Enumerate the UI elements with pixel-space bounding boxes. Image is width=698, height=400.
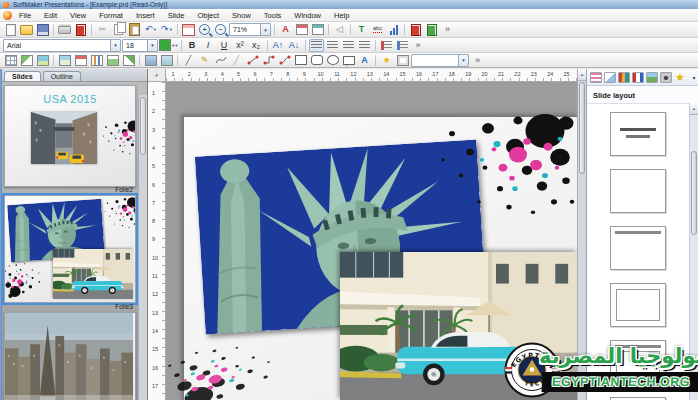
- font-size[interactable]: 18▾: [122, 39, 158, 52]
- title-bar[interactable]: SoftMaker Presentations - [Example.prd (…: [0, 0, 698, 9]
- slide-thumbnail-2[interactable]: [4, 195, 136, 303]
- export-pdf[interactable]: [73, 23, 88, 36]
- redo[interactable]: ↷▾: [159, 23, 174, 36]
- menu-format[interactable]: Format: [98, 11, 124, 20]
- task-pane-scrollbar[interactable]: ▲: [689, 103, 698, 400]
- align-justify[interactable]: [357, 39, 372, 52]
- paste[interactable]: [127, 23, 142, 36]
- draw-polyline[interactable]: ╱: [229, 54, 244, 67]
- bold[interactable]: B: [185, 39, 200, 52]
- toolbar-overflow[interactable]: »: [411, 39, 426, 52]
- insert-sheet-frame[interactable]: [19, 54, 34, 67]
- object-name[interactable]: ▾: [411, 54, 469, 67]
- grow-font[interactable]: A↑: [271, 39, 286, 52]
- superscript[interactable]: x²: [233, 39, 248, 52]
- object-properties[interactable]: [395, 54, 410, 67]
- slide-thumbnail-1[interactable]: USA 2015: [4, 85, 136, 187]
- draw-rectangle[interactable]: [293, 54, 308, 67]
- paint-splatter-graphic[interactable]: [428, 110, 577, 228]
- pointer-mode[interactable]: ◁: [332, 23, 347, 36]
- scroll-up-arrow[interactable]: ▲: [690, 103, 698, 115]
- connector-curve[interactable]: [277, 54, 292, 67]
- toolbar-overflow[interactable]: »: [470, 54, 485, 67]
- statistics[interactable]: [386, 23, 401, 36]
- character-dialog[interactable]: A: [278, 23, 293, 36]
- menu-window[interactable]: Window: [293, 11, 322, 20]
- tab-dialog[interactable]: [310, 23, 325, 36]
- slide-thumbnail-3[interactable]: San Francisco: [4, 312, 136, 400]
- pane-background-icon[interactable]: [646, 72, 658, 83]
- insert-table-frame[interactable]: [3, 54, 18, 67]
- zoom-in[interactable]: +: [197, 23, 212, 36]
- italic[interactable]: I: [201, 39, 216, 52]
- font-name[interactable]: Arial▾: [3, 39, 121, 52]
- tab-outline[interactable]: Outline: [43, 71, 81, 81]
- align-right[interactable]: [341, 39, 356, 52]
- insert-table[interactable]: [181, 23, 196, 36]
- connector-straight[interactable]: [245, 54, 260, 67]
- menu-object[interactable]: Object: [196, 11, 220, 20]
- paragraph-dialog[interactable]: [294, 23, 309, 36]
- toolbar-overflow[interactable]: »: [440, 23, 455, 36]
- save-file[interactable]: [35, 23, 50, 36]
- insert-image[interactable]: [57, 54, 72, 67]
- draw-freehand[interactable]: ✎: [197, 54, 212, 67]
- insert-hyperlink[interactable]: [159, 54, 174, 67]
- tab-slides[interactable]: Slides: [4, 71, 41, 81]
- layout-blank[interactable]: [610, 169, 666, 213]
- scrollbar-thumb[interactable]: [691, 151, 697, 235]
- cut[interactable]: ✂: [95, 23, 110, 36]
- subscript[interactable]: x₂: [249, 39, 264, 52]
- draw-textart[interactable]: A: [357, 54, 372, 67]
- pane-favorites-icon[interactable]: ★: [674, 72, 686, 83]
- underline[interactable]: U: [217, 39, 232, 52]
- menu-help[interactable]: Help: [333, 11, 350, 20]
- insert-media[interactable]: [121, 54, 136, 67]
- menu-insert[interactable]: Insert: [135, 11, 156, 20]
- draw-ellipse[interactable]: [325, 54, 340, 67]
- vertical-ruler[interactable]: 1234567891011121314151617: [148, 82, 166, 400]
- app-logo-icon[interactable]: [3, 11, 12, 20]
- print[interactable]: [57, 23, 72, 36]
- layout-title-content[interactable]: [610, 340, 666, 384]
- font-color[interactable]: ▾▾: [159, 39, 178, 52]
- menu-slide[interactable]: Slide: [167, 11, 186, 20]
- slide-canvas[interactable]: [166, 82, 577, 400]
- scrollbar-thumb[interactable]: [579, 82, 585, 174]
- numbered-list[interactable]: [395, 39, 410, 52]
- pane-layout-icon[interactable]: [590, 72, 602, 83]
- align-center[interactable]: [325, 39, 340, 52]
- menu-edit[interactable]: Edit: [43, 11, 58, 20]
- layout-content[interactable]: [610, 283, 666, 327]
- classic-car-photo[interactable]: [340, 252, 577, 400]
- draw-callout[interactable]: [341, 54, 356, 67]
- bullet-list[interactable]: [379, 39, 394, 52]
- pane-more-icon[interactable]: ▾: [688, 72, 698, 83]
- html-document[interactable]: [424, 23, 439, 36]
- draw-curve[interactable]: [213, 54, 228, 67]
- menu-file[interactable]: File: [18, 11, 32, 20]
- align-left[interactable]: [309, 39, 324, 52]
- menu-show[interactable]: Show: [231, 11, 252, 20]
- menu-tools[interactable]: Tools: [263, 11, 283, 20]
- textart[interactable]: T: [354, 23, 369, 36]
- pane-chart-icon[interactable]: [618, 72, 630, 83]
- copy[interactable]: [111, 23, 126, 36]
- scroll-up-arrow[interactable]: ▲: [578, 69, 586, 81]
- pane-color-scheme-icon[interactable]: [632, 72, 644, 83]
- layout-title-subtitle[interactable]: [610, 112, 666, 156]
- favorites[interactable]: ★: [379, 54, 394, 67]
- undo[interactable]: ↶▾: [143, 23, 158, 36]
- draw-line[interactable]: ╱: [181, 54, 196, 67]
- zoom-out[interactable]: −: [213, 23, 228, 36]
- pdf-document[interactable]: [408, 23, 423, 36]
- scrollbar-thumb[interactable]: [140, 97, 146, 155]
- new-document[interactable]: [3, 23, 18, 36]
- pane-design-icon[interactable]: [604, 72, 616, 83]
- insert-comment[interactable]: [143, 54, 158, 67]
- slides-panel-scrollbar[interactable]: [138, 95, 147, 400]
- draw-rounded-rectangle[interactable]: [309, 54, 324, 67]
- layout-title-only[interactable]: [610, 226, 666, 270]
- insert-text-frame[interactable]: [73, 54, 88, 67]
- canvas-scrollbar[interactable]: ▲: [577, 69, 586, 400]
